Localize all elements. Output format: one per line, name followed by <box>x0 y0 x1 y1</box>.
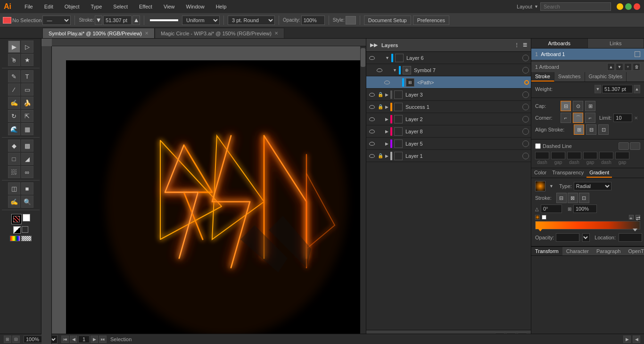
layer5-target[interactable] <box>522 140 529 147</box>
opentype-tab[interactable]: OpenType <box>624 247 644 255</box>
tab-magic-circle[interactable]: Magic Circle - WIP3.ai* @ 150% (RGB/Prev… <box>155 28 284 38</box>
free-transform-tool[interactable]: ▦ <box>21 123 33 135</box>
layer-row-path[interactable]: ⊞ <Path> <box>366 76 531 89</box>
layer8-visibility[interactable] <box>368 128 376 135</box>
zoom-unit-select[interactable]: % <box>51 335 58 344</box>
status-icon-2[interactable]: ⊟ <box>12 336 20 343</box>
stroke-increase-btn[interactable]: ▲ <box>132 16 140 25</box>
page-first-btn[interactable]: ⏮ <box>61 336 69 343</box>
status-right-btn-1[interactable]: ▶ <box>623 336 631 343</box>
hand-tool[interactable]: ✍ <box>8 196 20 208</box>
stroke-size-select[interactable]: 3 pt. Round <box>228 16 275 25</box>
layer6-expand[interactable]: ▼ <box>385 56 389 60</box>
layer-row-layer3[interactable]: 🔒 ▶ Layer 3 <box>366 89 531 101</box>
layer-row-layer1[interactable]: 🔒 ▶ Layer 1 <box>366 150 531 162</box>
selection-color-box[interactable] <box>3 17 11 24</box>
dash-input-1[interactable] <box>535 152 549 159</box>
symbol7-expand[interactable]: ▼ <box>393 68 397 73</box>
grad-stroke-opt3-btn[interactable]: ⊡ <box>579 193 589 203</box>
gradient-add-stop-btn[interactable]: + <box>629 215 634 220</box>
style-preview[interactable] <box>346 16 356 25</box>
none-swatch[interactable] <box>22 226 28 233</box>
gap-input-3[interactable] <box>615 152 629 159</box>
symbol7-visibility[interactable] <box>376 66 383 74</box>
artboard-tool[interactable]: ◫ <box>8 182 20 195</box>
layer-row-layer6[interactable]: ▼ Layer 6 <box>366 52 531 64</box>
gap-input-1[interactable] <box>551 152 565 159</box>
gradient-opacity-input[interactable] <box>556 233 579 242</box>
success1-target[interactable] <box>522 104 529 110</box>
search-input[interactable] <box>540 2 611 11</box>
pen-tool[interactable]: ✎ <box>8 70 20 82</box>
artboard-nav-icon[interactable] <box>635 51 640 57</box>
opacity-unit-select[interactable]: % <box>582 233 590 242</box>
layer1-visibility[interactable] <box>368 152 376 160</box>
page-number-input[interactable] <box>78 336 90 343</box>
dashed-preset-1-btn[interactable] <box>619 142 629 150</box>
stroke-style-select[interactable]: Uniform <box>182 16 220 25</box>
transform-tab[interactable]: Transform <box>531 247 562 255</box>
tab-symbol-play[interactable]: Symbol Play.ai* @ 100% (RGB/Preview) ✕ <box>42 28 155 38</box>
gradient-stop-marker-right[interactable] <box>633 229 637 231</box>
rect-tool[interactable]: ▭ <box>21 83 33 96</box>
layers-collapse-all-icon[interactable]: ⋮ <box>514 42 519 48</box>
stroke-color-swatch[interactable] <box>11 214 22 224</box>
transparency-tab[interactable]: Transparency <box>549 168 586 178</box>
status-icon-1[interactable]: ⊞ <box>4 336 11 343</box>
menu-file[interactable]: File <box>23 3 35 10</box>
scale-tool[interactable]: ⇱ <box>21 110 33 122</box>
gradient-angle-input[interactable] <box>541 205 562 213</box>
corner-miter-btn[interactable]: ⌐ <box>561 113 571 123</box>
opacity-input[interactable] <box>301 16 325 25</box>
direct-selection-tool[interactable]: ▷ <box>21 41 33 53</box>
status-right-btn-2[interactable]: ◀ <box>633 336 640 343</box>
gradient-stop-right[interactable] <box>542 215 546 220</box>
page-prev-btn[interactable]: ◀ <box>70 336 77 343</box>
layer3-target[interactable] <box>522 91 529 98</box>
maximize-button[interactable] <box>625 3 632 10</box>
tab-links[interactable]: Links <box>588 39 644 48</box>
menu-view[interactable]: View <box>162 3 177 10</box>
layer8-target[interactable] <box>522 128 529 135</box>
layer3-expand[interactable]: ▶ <box>385 92 388 97</box>
gradient-expand-icon[interactable]: ▼ <box>549 184 553 188</box>
lasso-tool[interactable]: 🖱 <box>8 54 20 66</box>
corner-limit-input[interactable] <box>613 114 632 122</box>
selection-tool[interactable]: ▶ <box>8 41 20 53</box>
weight-increase-btn[interactable]: ▲ <box>634 85 640 93</box>
menu-select[interactable]: Select <box>111 3 130 10</box>
artboard-delete-btn[interactable]: 🗑 <box>633 63 640 71</box>
document-setup-button[interactable]: Document Setup <box>364 16 411 25</box>
mesh-tool[interactable]: □ <box>8 153 20 165</box>
weight-decrease-btn[interactable]: ▼ <box>594 85 601 93</box>
layer6-target[interactable] <box>522 55 529 61</box>
gap-input-2[interactable] <box>583 152 597 159</box>
selection-type-select[interactable]: — <box>42 16 71 25</box>
grad-stroke-opt1-btn[interactable]: ⊟ <box>556 193 567 203</box>
rotate-tool[interactable]: ↻ <box>8 110 20 122</box>
tab-artboards[interactable]: Artboards <box>531 39 588 48</box>
cap-butt-btn[interactable]: ⊟ <box>561 101 571 111</box>
character-tab[interactable]: Character <box>562 247 593 255</box>
menu-help[interactable]: Help <box>214 3 229 10</box>
layout-dropdown-icon[interactable]: ▼ <box>534 4 538 9</box>
layer5-expand[interactable]: ▶ <box>385 141 388 146</box>
preferences-button[interactable]: Preferences <box>413 16 449 25</box>
gradient-type-select[interactable]: Radial Linear <box>574 182 611 190</box>
menu-effect[interactable]: Effect <box>137 3 154 10</box>
symbol-sprayer-tool[interactable]: ◆ <box>8 139 20 152</box>
layer3-visibility[interactable] <box>368 91 376 98</box>
fill-color-swatch[interactable] <box>23 214 30 221</box>
magic-wand-tool[interactable]: ★ <box>21 54 33 66</box>
swatches-tab[interactable]: Swatches <box>554 72 585 82</box>
layers-expand-icon[interactable]: ▶▶ <box>370 42 378 48</box>
tab-symbol-play-close[interactable]: ✕ <box>145 31 149 36</box>
align-outside-btn[interactable]: ⊡ <box>598 124 609 135</box>
cap-square-btn[interactable]: ⊞ <box>585 101 595 111</box>
stroke-weight-input[interactable] <box>602 85 633 93</box>
layer1-lock[interactable]: 🔒 <box>377 152 384 160</box>
layers-menu-icon[interactable]: ☰ <box>523 42 527 48</box>
vertical-scrollbar[interactable] <box>360 46 366 338</box>
gradient-stop-marker-left[interactable] <box>538 229 543 231</box>
gradient-scale-input[interactable] <box>573 205 597 213</box>
